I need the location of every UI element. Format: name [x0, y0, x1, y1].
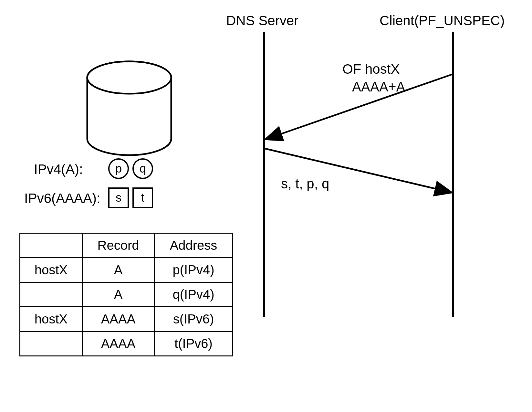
ipv6-label: IPv6(AAAA): [24, 191, 100, 206]
table-row: AAAA t(IPv6) [20, 332, 233, 356]
dns-records-table: Record Address hostX A p(IPv4) A q(IPv4)… [19, 233, 233, 356]
cell [20, 282, 82, 307]
diagram-stage: DNS Server Client(PF_UNSPEC) OF hostX AA… [0, 0, 532, 412]
cell: AAAA [82, 332, 154, 356]
table-row: A q(IPv4) [20, 282, 233, 307]
cell: q(IPv4) [154, 282, 233, 307]
database-icon [87, 61, 171, 155]
cell: p(IPv4) [154, 258, 233, 282]
badge-q-icon: q [132, 158, 153, 179]
th-address: Address [154, 233, 233, 258]
th-record: Record [82, 233, 154, 258]
request-text-2: AAAA+A [352, 79, 405, 95]
response-text: s, t, p, q [281, 176, 329, 192]
th-host [20, 233, 82, 258]
cell [20, 332, 82, 356]
cell: A [82, 258, 154, 282]
cell: AAAA [82, 307, 154, 332]
cell: hostX [20, 307, 82, 332]
badge-s-icon: s [108, 187, 129, 208]
svg-point-2 [87, 61, 171, 94]
badge-t-icon: t [132, 187, 153, 208]
cell: A [82, 282, 154, 307]
cell: t(IPv6) [154, 332, 233, 356]
request-text-1: OF hostX [342, 61, 400, 77]
badge-p-icon: p [108, 158, 129, 179]
table-row: hostX A p(IPv4) [20, 258, 233, 282]
cell: s(IPv6) [154, 307, 233, 332]
badge-t-text: t [141, 191, 144, 205]
ipv4-label: IPv4(A): [34, 162, 83, 177]
badge-q-text: q [140, 162, 146, 175]
badge-p-text: p [115, 162, 122, 175]
badge-s-text: s [116, 191, 121, 205]
table-row: hostX AAAA s(IPv6) [20, 307, 233, 332]
table-header-row: Record Address [20, 233, 233, 258]
cell: hostX [20, 258, 82, 282]
